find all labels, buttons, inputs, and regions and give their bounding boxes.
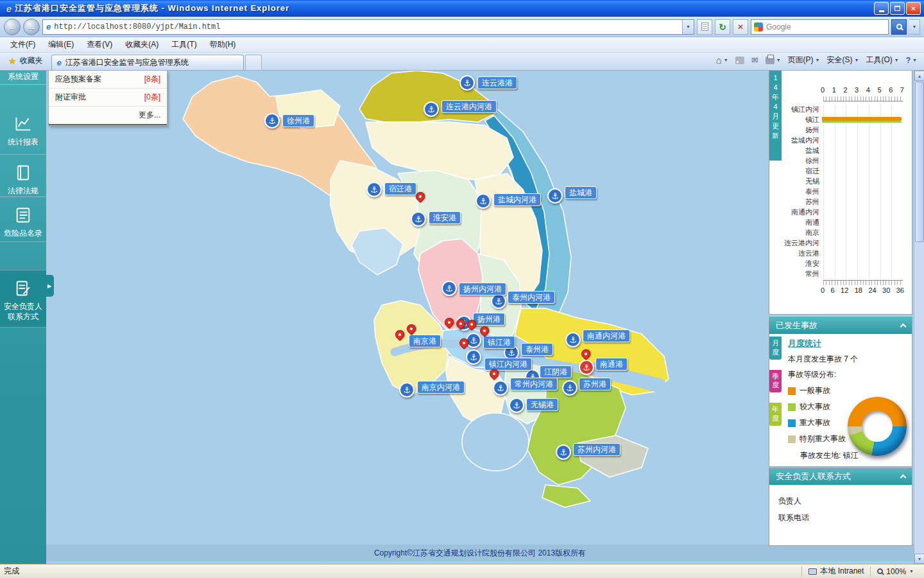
menu-item[interactable]: 帮助(H) (203, 37, 243, 52)
contacts-panel-header[interactable]: 安全负责人联系方式 (769, 468, 912, 485)
accident-period-tab[interactable]: 年度 (769, 403, 782, 426)
location-pin-icon[interactable] (579, 347, 592, 360)
port-label[interactable]: 徐州港 (282, 114, 314, 127)
port-label[interactable]: 南通内河港 (583, 329, 630, 342)
scroll-down-button[interactable]: ▼ (914, 554, 924, 564)
back-button[interactable]: ← (4, 19, 21, 35)
menu-item[interactable]: 编辑(E) (42, 37, 80, 52)
menu-item[interactable]: 查看(V) (80, 37, 119, 52)
quick-row-certificate-approval[interactable]: 附证审批 [0条] (49, 89, 167, 107)
read-mail-button[interactable]: ✉ (748, 53, 762, 67)
accident-period-tab[interactable]: 月度 (769, 337, 782, 360)
url-text[interactable]: http://localhost:8080/yjpt/Main.html (54, 22, 679, 31)
search-dropdown-button[interactable]: ▼ (909, 19, 920, 35)
accidents-panel-header[interactable]: 已发生事故 (769, 317, 912, 334)
favorites-button[interactable]: ★ 收藏夹 (3, 53, 49, 69)
port-marker-anchor-icon[interactable]: ⚓ (411, 211, 426, 227)
port-label[interactable]: 苏州港 (579, 378, 611, 390)
scrollbar-thumb[interactable] (915, 82, 924, 242)
port-marker-anchor-icon[interactable]: ⚓ (459, 75, 475, 91)
help-button[interactable]: ?▼ (903, 53, 920, 67)
port-label[interactable]: 南通港 (595, 358, 628, 371)
port-label[interactable]: 宿迁港 (384, 182, 416, 195)
maximize-button[interactable] (890, 2, 905, 15)
new-tab-stub[interactable] (245, 55, 262, 70)
tools-menu-button[interactable]: 工具(O)▼ (862, 52, 902, 68)
forward-button[interactable]: → (23, 19, 40, 35)
collapse-chevron-icon[interactable] (900, 324, 907, 330)
sidebar-item-laws[interactable]: 法律法规 (0, 155, 46, 197)
home-button[interactable]: ⌂▼ (713, 52, 732, 68)
port-label[interactable]: 盐城港 (565, 186, 597, 199)
address-dropdown-button[interactable]: ▼ (682, 20, 694, 34)
port-marker-anchor-icon[interactable]: ⚓ (399, 382, 415, 398)
sidebar-item-system-settings[interactable]: 系统设置 (0, 71, 46, 85)
menu-item[interactable]: 文件(F) (4, 37, 42, 52)
port-label[interactable]: 镇江港 (483, 336, 515, 349)
port-marker-anchor-icon[interactable]: ⚓ (565, 332, 581, 347)
port-marker-anchor-icon[interactable]: ⚓ (562, 380, 578, 396)
sidebar-expand-arrow[interactable]: ▶ (45, 275, 54, 297)
port-marker-anchor-icon[interactable]: ⚓ (491, 293, 506, 309)
sidebar-item-safety-contacts[interactable]: 安全负责人联系方式 (0, 270, 46, 328)
port-marker-anchor-icon[interactable]: ⚓ (366, 182, 382, 197)
search-placeholder-text[interactable]: Google (766, 22, 888, 31)
port-label[interactable]: 扬州港 (473, 313, 505, 326)
menu-item[interactable]: 收藏夹(A) (119, 37, 165, 52)
print-button[interactable]: ▼ (762, 54, 784, 67)
port-label[interactable]: 连云港港 (477, 76, 517, 89)
port-marker-anchor-icon[interactable]: ⚓ (424, 101, 439, 117)
port-label[interactable]: 江阴港 (540, 365, 572, 378)
page-menu-button[interactable]: 页面(P)▼ (785, 52, 823, 68)
safety-menu-button[interactable]: 安全(S)▼ (824, 52, 862, 68)
port-label[interactable]: 常州内河港 (510, 378, 558, 390)
refresh-button[interactable]: ↻ (715, 19, 730, 35)
port-label[interactable]: 连云港内河港 (441, 100, 497, 113)
menu-item[interactable]: 工具(T) (165, 37, 203, 52)
port-label[interactable]: 无锡港 (526, 398, 558, 411)
location-pin-icon[interactable] (478, 324, 491, 337)
port-marker-anchor-icon[interactable]: ⚓ (509, 398, 524, 413)
port-marker-anchor-icon[interactable]: ⚓ (466, 333, 481, 348)
scroll-up-button[interactable]: ▲ (914, 71, 924, 81)
port-marker-anchor-icon[interactable]: ⚓ (264, 113, 280, 128)
search-button[interactable] (891, 19, 907, 35)
port-label[interactable]: 淮安港 (429, 211, 461, 224)
port-label[interactable]: 南京内河港 (417, 381, 465, 394)
port-marker-anchor-icon[interactable]: ⚓ (547, 188, 563, 204)
port-label[interactable]: 泰州港 (521, 343, 553, 356)
location-pin-icon[interactable] (443, 316, 456, 329)
port-label[interactable]: 苏州内河港 (573, 443, 620, 456)
port-marker-anchor-icon[interactable]: ⚓ (579, 360, 594, 375)
accident-period-tab[interactable]: 季度 (769, 370, 782, 393)
minimize-button[interactable] (874, 2, 889, 15)
port-label[interactable]: 盐城内河港 (493, 193, 541, 206)
search-input[interactable]: Google (751, 19, 889, 35)
zoom-control[interactable]: 100% ▼ (870, 566, 920, 577)
location-pin-icon[interactable] (405, 322, 418, 335)
tab-active[interactable]: e 江苏省港口安全监管与应急管理系统 (51, 55, 244, 70)
port-marker-anchor-icon[interactable]: ⚓ (466, 349, 481, 365)
compatibility-view-button[interactable] (697, 19, 712, 35)
address-input[interactable]: e http://localhost:8080/yjpt/Main.html ▼ (42, 19, 694, 35)
port-label[interactable]: 南京港 (409, 335, 441, 347)
search-magnifier-icon (896, 24, 902, 30)
collapse-chevron-icon[interactable] (900, 475, 907, 481)
port-label[interactable]: 泰州内河港 (508, 291, 555, 304)
close-button[interactable]: ✕ (906, 2, 921, 15)
sidebar-item-statistics[interactable]: 统计报表 (0, 106, 46, 155)
sidebar-item-dangerous-goods[interactable]: 危险品名录 (0, 197, 46, 242)
port-pin-icon[interactable] (393, 328, 406, 341)
port-marker-anchor-icon[interactable]: ⚓ (441, 281, 457, 296)
feeds-button[interactable] (732, 54, 748, 67)
stop-button[interactable]: ✕ (733, 19, 748, 35)
quick-more-link[interactable]: 更多... (49, 107, 167, 125)
port-marker-anchor-icon[interactable]: ⚓ (493, 380, 508, 396)
port-marker-anchor-icon[interactable]: ⚓ (475, 193, 491, 209)
port-label[interactable]: 镇江内河港 (484, 358, 532, 371)
port-marker-anchor-icon[interactable]: ⚓ (556, 444, 571, 460)
quick-row-emergency-plan[interactable]: 应急预案备案 [8条] (49, 71, 167, 89)
chart-plot-cell (822, 166, 902, 176)
vertical-scrollbar[interactable]: ▲ ▼ (914, 71, 924, 564)
port-label[interactable]: 扬州内河港 (459, 283, 506, 295)
